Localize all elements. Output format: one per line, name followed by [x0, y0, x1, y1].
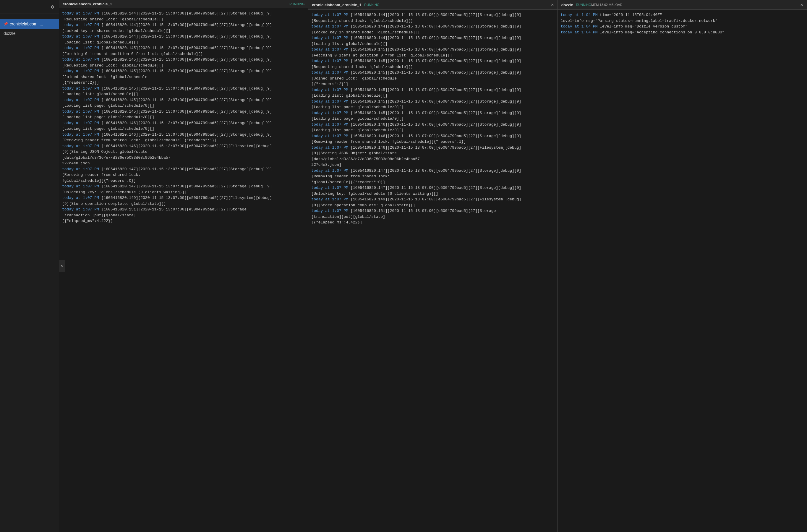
pin-icon: 📌	[3, 22, 8, 26]
log-content-0[interactable]: today at 1:07 PM [1605416820.144][2020-1…	[59, 8, 308, 532]
log-timestamp: today at 1:07 PM	[311, 134, 348, 138]
log-line: today at 1:07 PM [1605416820.146][2020-1…	[62, 143, 305, 166]
log-panel-title-1: croniclelabcom_cronicle_1	[312, 3, 361, 7]
log-timestamp: today at 1:07 PM	[311, 99, 348, 104]
log-timestamp: today at 1:04 PM	[561, 13, 598, 17]
log-timestamp: today at 1:07 PM	[62, 69, 99, 73]
sidebar-items: 📌croniclelabcom_...dozzle	[0, 19, 59, 38]
log-panel-status-2: RUNNING	[576, 3, 591, 6]
sidebar-item-label: croniclelabcom_...	[10, 22, 43, 26]
log-timestamp: today at 1:07 PM	[311, 36, 348, 40]
log-timestamp: today at 1:07 PM	[311, 59, 348, 63]
sidebar-item-dozzle[interactable]: dozzle	[0, 28, 59, 38]
log-line: today at 1:07 PM [1605416820.144][2020-1…	[62, 34, 305, 45]
log-panel-mem-2: MEM 13.62 MB	[591, 3, 614, 6]
log-line: today at 1:07 PM [1605416820.146][2020-1…	[311, 133, 554, 145]
log-timestamp: today at 1:07 PM	[62, 184, 99, 189]
log-timestamp: today at 1:07 PM	[311, 209, 348, 213]
log-panel-header-2: dozzleRUNNINGMEM 13.62 MBLOAD✕	[558, 0, 807, 10]
sidebar-item-label: dozzle	[3, 31, 15, 36]
log-line: today at 1:07 PM [1605416820.144][2020-1…	[311, 12, 554, 24]
log-line: today at 1:07 PM [1605416820.144][2020-1…	[62, 11, 305, 22]
log-line: today at 1:07 PM [1605416820.147][2020-1…	[311, 168, 554, 185]
gear-icon[interactable]: ⚙	[51, 3, 54, 10]
log-timestamp: today at 1:07 PM	[62, 167, 99, 171]
log-line: today at 1:04 PM time="2020-11-15T05:04:…	[561, 12, 804, 24]
close-panel-button-1[interactable]: ✕	[551, 2, 554, 8]
log-line: today at 1:07 PM [1605416820.145][2020-1…	[62, 97, 305, 109]
log-timestamp: today at 1:07 PM	[62, 121, 99, 125]
log-line: today at 1:07 PM [1605416820.145][2020-1…	[311, 47, 554, 58]
log-timestamp: today at 1:04 PM	[561, 30, 598, 35]
log-line: today at 1:07 PM [1605416820.145][2020-1…	[311, 58, 554, 70]
sidebar: ⚙ 📌croniclelabcom_...dozzle	[0, 0, 59, 532]
close-panel-button-2[interactable]: ✕	[800, 2, 803, 8]
app-title-bar: ⚙	[0, 0, 59, 14]
containers-section-label	[0, 14, 59, 19]
collapse-sidebar-button[interactable]: <	[59, 260, 65, 272]
log-timestamp: today at 1:07 PM	[62, 196, 99, 200]
log-timestamp: today at 1:07 PM	[311, 13, 348, 17]
log-line: today at 1:07 PM [1605416820.151][2020-1…	[62, 207, 305, 224]
log-line: today at 1:07 PM [1605416820.145][2020-1…	[311, 87, 554, 99]
main-content: croniclelabcom_cronicle_1RUNNINGtoday at…	[59, 0, 807, 532]
log-line: today at 1:07 PM [1605416820.145][2020-1…	[62, 57, 305, 68]
log-line: today at 1:07 PM [1605416820.145][2020-1…	[62, 86, 305, 97]
log-content-2[interactable]: today at 1:04 PM time="2020-11-15T05:04:…	[558, 10, 807, 532]
log-timestamp: today at 1:07 PM	[62, 144, 99, 148]
log-line: today at 1:07 PM [1605416820.145][2020-1…	[311, 110, 554, 122]
log-line: today at 1:07 PM [1605416820.146][2020-1…	[311, 145, 554, 168]
log-panel-header-0: croniclelabcom_cronicle_1RUNNING	[59, 0, 308, 8]
log-timestamp: today at 1:07 PM	[62, 109, 99, 114]
log-timestamp: today at 1:07 PM	[311, 197, 348, 202]
log-line: today at 1:07 PM [1605416820.151][2020-1…	[311, 208, 554, 226]
log-timestamp: today at 1:07 PM	[62, 34, 99, 39]
log-line: today at 1:07 PM [1605416820.145][2020-1…	[62, 68, 305, 86]
log-line: today at 1:07 PM [1605416820.147][2020-1…	[311, 185, 554, 196]
log-timestamp: today at 1:07 PM	[62, 11, 99, 16]
log-timestamp: today at 1:07 PM	[62, 57, 99, 62]
log-panel-panel1: croniclelabcom_cronicle_1RUNNINGtoday at…	[59, 0, 308, 532]
log-timestamp: today at 1:07 PM	[311, 186, 348, 190]
log-line: today at 1:07 PM [1605416820.145][2020-1…	[62, 109, 305, 120]
log-timestamp: today at 1:07 PM	[311, 70, 348, 75]
log-timestamp: today at 1:07 PM	[62, 23, 99, 27]
log-panel-panel2: croniclelabcom_cronicle_1RUNNING✕today a…	[308, 0, 558, 532]
log-line: today at 1:07 PM [1605416820.149][2020-1…	[311, 196, 554, 208]
log-panel-status-1: RUNNING	[364, 3, 379, 6]
log-line: today at 1:07 PM [1605416820.145][2020-1…	[311, 99, 554, 110]
log-line: today at 1:07 PM [1605416820.146][2020-1…	[62, 132, 305, 143]
log-line: today at 1:07 PM [1605416820.146][2020-1…	[311, 122, 554, 133]
log-panel-panel3: dozzleRUNNINGMEM 13.62 MBLOAD✕today at 1…	[558, 0, 807, 532]
log-timestamp: today at 1:07 PM	[62, 86, 99, 91]
log-timestamp: today at 1:07 PM	[311, 47, 348, 52]
log-panel-load-2: LOAD	[614, 3, 622, 6]
log-line: today at 1:04 PM level=info msg="Accepti…	[561, 30, 804, 36]
log-line: today at 1:07 PM [1605416820.144][2020-1…	[311, 35, 554, 47]
log-timestamp: today at 1:07 PM	[62, 46, 99, 50]
log-line: today at 1:07 PM [1605416820.144][2020-1…	[311, 24, 554, 35]
log-content-1[interactable]: today at 1:07 PM [1605416820.144][2020-1…	[308, 10, 557, 532]
log-timestamp: today at 1:07 PM	[62, 98, 99, 102]
log-panel-header-1: croniclelabcom_cronicle_1RUNNING✕	[308, 0, 557, 10]
log-panel-title-0: croniclelabcom_cronicle_1	[63, 2, 112, 6]
sidebar-item-croniclelabcom[interactable]: 📌croniclelabcom_...	[0, 19, 59, 28]
log-timestamp: today at 1:07 PM	[311, 146, 348, 150]
log-timestamp: today at 1:07 PM	[311, 169, 348, 173]
log-timestamp: today at 1:04 PM	[561, 24, 598, 28]
log-timestamp: today at 1:07 PM	[311, 88, 348, 92]
log-panel-status-0: RUNNING	[289, 2, 304, 6]
log-line: today at 1:07 PM [1605416820.147][2020-1…	[62, 184, 305, 195]
log-timestamp: today at 1:07 PM	[311, 24, 348, 28]
log-line: today at 1:07 PM [1605416820.147][2020-1…	[62, 166, 305, 184]
log-line: today at 1:07 PM [1605416820.149][2020-1…	[62, 195, 305, 207]
log-timestamp: today at 1:07 PM	[62, 207, 99, 212]
log-timestamp: today at 1:07 PM	[311, 122, 348, 127]
log-line: today at 1:04 PM level=info msg="Dozzle …	[561, 24, 804, 30]
log-panel-title-2: dozzle	[561, 3, 573, 7]
log-line: today at 1:07 PM [1605416820.144][2020-1…	[62, 22, 305, 34]
log-line: today at 1:07 PM [1605416820.145][2020-1…	[311, 70, 554, 87]
log-line: today at 1:07 PM [1605416820.146][2020-1…	[62, 120, 305, 132]
log-timestamp: today at 1:07 PM	[62, 132, 99, 137]
log-timestamp: today at 1:07 PM	[311, 111, 348, 115]
